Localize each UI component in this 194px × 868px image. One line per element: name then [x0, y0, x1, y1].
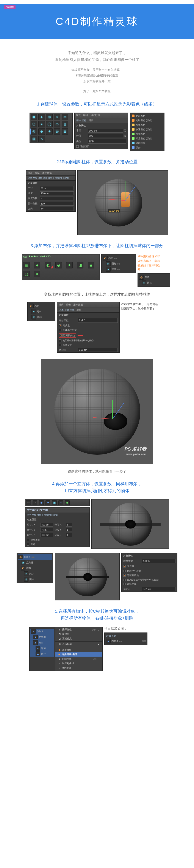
- poly-icon[interactable]: ▲: [106, 639, 111, 644]
- hier-item[interactable]: 球体: [111, 268, 116, 271]
- hq-checkbox[interactable]: [59, 324, 61, 327]
- result-tabs[interactable]: 对象 构造: [106, 634, 116, 638]
- tab-edit[interactable]: 编辑: [35, 172, 40, 175]
- list-item[interactable]: 线条: [136, 146, 141, 149]
- list-item[interactable]: 常量着色 (线条): [136, 137, 152, 140]
- torus-icon[interactable]: ◯: [46, 121, 53, 127]
- menu-item[interactable]: ⌂设为根部: [55, 665, 102, 670]
- step5-title: 5.选择所有物体，按C键转换为可编辑对象，再选择所有物体，右键-连接对象+删除: [4, 608, 190, 621]
- shelf-tab[interactable]: MaxToC4D: [40, 255, 51, 260]
- array-icon[interactable]: ▦: [23, 262, 30, 269]
- radius-field[interactable]: 100 cm: [88, 129, 123, 133]
- tab-mode[interactable]: 模式: [59, 303, 63, 306]
- tab-mode[interactable]: 模式: [76, 114, 81, 117]
- disc-icon[interactable]: ○: [54, 114, 60, 120]
- list-item[interactable]: 隐藏线条: [136, 142, 145, 145]
- tab-edit[interactable]: 编辑: [83, 114, 88, 117]
- hier-item[interactable]: 布尔: [108, 256, 113, 259]
- sphere-icon[interactable]: ●: [38, 121, 45, 127]
- hseg-field[interactable]: 4: [40, 196, 74, 200]
- height-field[interactable]: 100 cm: [40, 191, 74, 195]
- live-sel-icon[interactable]: ◉: [39, 500, 44, 505]
- menu-item[interactable]: ⊡展开对象组: [55, 661, 102, 665]
- bezier-icon[interactable]: ∿: [38, 135, 45, 142]
- cube-icon[interactable]: ▣: [52, 500, 57, 505]
- spline-bool-icon[interactable]: ◒: [55, 262, 62, 269]
- cylinder-icon[interactable]: ◎: [106, 261, 111, 266]
- hier-item[interactable]: 圆柱: [111, 262, 116, 265]
- spline-icon[interactable]: ∿: [58, 500, 63, 505]
- type-label: 类型: [76, 140, 87, 143]
- intro-line: 看到群里有人问建模的问题，就心血来潮做一个好了: [9, 56, 185, 63]
- menu-item[interactable]: ⊟接开群组Shift+G: [55, 627, 102, 632]
- sphere-icon[interactable]: ●: [106, 267, 111, 272]
- tube-icon[interactable]: ◎: [31, 128, 37, 135]
- undo-icon[interactable]: ↶: [26, 500, 31, 505]
- sub-tab-basic[interactable]: 基本 坐标: [76, 119, 86, 122]
- side-hint: 在布尔的属性里，一定要勾选 隐藏新的边，这个很重要！: [121, 302, 167, 311]
- cylinder-icon[interactable]: ◎: [46, 114, 53, 120]
- metaball-icon[interactable]: ◉: [88, 262, 94, 269]
- segments-field[interactable]: 100: [88, 134, 123, 138]
- sub-tab-object[interactable]: 对象: [89, 119, 93, 122]
- menu-item[interactable]: ◧显示标签▸: [55, 642, 102, 647]
- cone-icon[interactable]: ▲: [38, 114, 45, 120]
- ideal-checkbox[interactable]: [76, 145, 79, 148]
- polygon-icon[interactable]: ⬠: [31, 121, 37, 127]
- viewport-cube-cut: [91, 499, 169, 549]
- menu-item[interactable]: ⊞群组对象Alt+G: [55, 657, 102, 661]
- boole2-attributes-panel: 对象属性 布尔类型A 减 B 高质量 创建单个对象 隐藏新的边 交叉处创建平滑着…: [121, 553, 177, 592]
- radius-field[interactable]: 28 cm: [40, 186, 74, 190]
- opt-field[interactable]: 0.01 cm: [78, 348, 118, 352]
- relief-icon[interactable]: ▦: [31, 135, 37, 142]
- plane-icon[interactable]: ▭: [62, 114, 68, 120]
- rseg-field[interactable]: 100: [40, 202, 74, 206]
- list-item[interactable]: 快速着色 (线条): [136, 128, 152, 131]
- symmetry-icon[interactable]: ▢: [23, 271, 30, 277]
- tab-userdata[interactable]: 用户数据: [42, 172, 52, 175]
- landscape-icon[interactable]: ☰: [62, 128, 68, 135]
- list-item[interactable]: 光影着色 (线条): [136, 119, 152, 122]
- type-field[interactable]: 标准: [88, 139, 126, 144]
- tab-userdata[interactable]: 用户数据: [90, 114, 100, 117]
- atom-icon[interactable]: ◆: [34, 262, 40, 269]
- booltype-field[interactable]: A 减 B: [78, 318, 118, 323]
- result-item[interactable]: 布尔.1: [111, 640, 118, 643]
- menu-item[interactable]: ◆连接对象: [55, 648, 102, 652]
- tab-edit[interactable]: 编辑: [66, 303, 71, 306]
- figure-icon[interactable]: 웃: [54, 128, 60, 135]
- move-icon[interactable]: ✥: [46, 500, 50, 505]
- nurb-icon[interactable]: ◉: [65, 500, 70, 505]
- tab-mode[interactable]: 模式: [28, 172, 32, 175]
- page-title: C4D制作精灵球: [56, 14, 138, 28]
- sphere-attributes-panel: 模式 编辑 用户数据 基本 坐标 对象 对象属性 半径100 cm▴▾ 分段10…: [74, 113, 128, 149]
- platonic-icon[interactable]: ✦: [46, 128, 53, 135]
- redo-icon[interactable]: ↷: [32, 500, 37, 505]
- intro-line: 不知道为什么，精灵球就火起来了，: [9, 50, 185, 56]
- list-item[interactable]: 常量着色: [136, 132, 145, 135]
- tank-icon[interactable]: ▯: [62, 121, 68, 127]
- cube-icon[interactable]: ▣: [31, 114, 37, 120]
- python-icon[interactable]: ⌘: [34, 271, 40, 277]
- single-checkbox[interactable]: [59, 329, 61, 331]
- list-item[interactable]: 光影着色: [136, 114, 145, 118]
- list-item[interactable]: 快速着色: [136, 123, 145, 127]
- menu-item-connect-delete[interactable]: ◆连接对象+删除: [55, 652, 102, 657]
- intro-small: 建模并不复杂，只用到一个布尔运算，: [9, 67, 185, 73]
- menu-item[interactable]: ◪工程信息: [55, 637, 102, 641]
- hide-checkbox[interactable]: [60, 334, 62, 337]
- pyramid-icon[interactable]: ◆: [38, 128, 45, 135]
- dir-field[interactable]: +Y: [40, 207, 74, 211]
- connect-icon[interactable]: ❖: [66, 262, 73, 269]
- tab-userdata[interactable]: 用户数据: [73, 303, 83, 306]
- sub-tabs[interactable]: 基本 坐标 对象: [59, 309, 75, 311]
- sub-tabs[interactable]: 基本 坐标 对象 封顶 切片 平滑着色(Phong): [28, 177, 69, 180]
- sub-tab-object[interactable]: 对象: [77, 309, 81, 311]
- instance-icon[interactable]: ◨: [77, 262, 83, 269]
- capsule-icon[interactable]: ⬭: [54, 121, 60, 127]
- shelf-tab[interactable]: 对象: [23, 255, 27, 260]
- shelf-tab[interactable]: RealFlow: [29, 255, 38, 260]
- menu-item[interactable]: ◩象信息: [55, 632, 102, 637]
- boole-icon[interactable]: ◐: [103, 256, 108, 260]
- hseg-label: 高度分段: [28, 197, 38, 200]
